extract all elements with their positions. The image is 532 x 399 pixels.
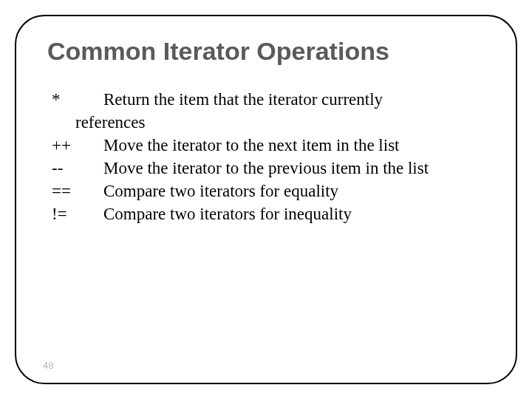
operator-description: Move the iterator to the next item in th… <box>103 134 485 157</box>
page-number: 48 <box>43 360 53 371</box>
operator-description: Compare two iterators for inequality <box>103 202 485 225</box>
operator-description: Return the item that the iterator curren… <box>103 88 485 111</box>
operator-row-deref: * Return the item that the iterator curr… <box>52 88 485 111</box>
operator-symbol: == <box>52 180 103 202</box>
operator-symbol: * <box>52 88 103 111</box>
slide-title: Common Iterator Operations <box>47 37 485 66</box>
operator-symbol: -- <box>52 157 103 180</box>
operator-symbol: ++ <box>52 134 103 157</box>
slide-content: * Return the item that the iterator curr… <box>47 88 485 225</box>
operator-row-deref-continuation: references <box>52 111 485 134</box>
operator-row-equality: == Compare two iterators for equality <box>52 180 485 202</box>
operator-row-increment: ++ Move the iterator to the next item in… <box>52 134 485 157</box>
operator-symbol: != <box>52 202 103 225</box>
operator-description: Move the iterator to the previous item i… <box>103 157 485 180</box>
operator-description: Compare two iterators for equality <box>103 180 485 202</box>
operator-row-decrement: -- Move the iterator to the previous ite… <box>52 157 485 180</box>
operator-row-inequality: != Compare two iterators for inequality <box>52 202 485 225</box>
slide-frame: Common Iterator Operations * Return the … <box>15 15 517 384</box>
